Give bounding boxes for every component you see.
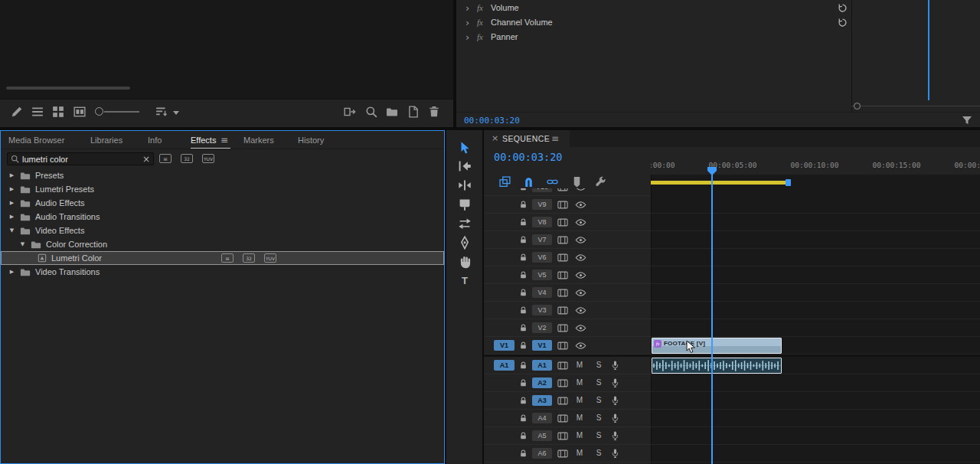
- sync-lock-icon[interactable]: [557, 414, 568, 423]
- effect-controls-playhead[interactable]: [928, 0, 929, 100]
- lock-icon[interactable]: [519, 200, 528, 209]
- sync-lock-icon[interactable]: [557, 271, 568, 279]
- track-header-v3[interactable]: V3: [484, 302, 651, 319]
- lock-icon[interactable]: [519, 253, 528, 262]
- track-output-eye-icon[interactable]: [575, 201, 586, 208]
- track-output-eye-icon[interactable]: [575, 342, 586, 349]
- sync-lock-icon[interactable]: [557, 432, 568, 440]
- track-header-a4[interactable]: A4 M S: [484, 410, 651, 427]
- tree-item-color-correction[interactable]: ▼ Color Correction: [1, 237, 444, 251]
- mute-button[interactable]: M: [575, 449, 584, 459]
- linked-selection-icon[interactable]: [547, 176, 558, 188]
- hand-tool[interactable]: [458, 255, 472, 269]
- lock-icon[interactable]: [519, 361, 528, 370]
- disclosure-triangle-icon[interactable]: ▼: [8, 227, 15, 234]
- track-name[interactable]: A3: [532, 395, 552, 406]
- panel-menu-icon[interactable]: ≡: [220, 135, 228, 145]
- sync-lock-icon[interactable]: [557, 397, 568, 405]
- zoom-slider-track[interactable]: [104, 111, 139, 113]
- track-header-v5[interactable]: V5: [484, 266, 651, 284]
- track-header-v6[interactable]: V6: [484, 249, 651, 266]
- voiceover-record-mic-icon[interactable]: [611, 448, 619, 459]
- pen-tool[interactable]: [458, 236, 472, 250]
- 32bit-color-badge[interactable]: 32: [181, 154, 193, 163]
- sync-lock-icon[interactable]: [557, 379, 568, 387]
- accelerated-effects-badge[interactable]: ⊞: [159, 154, 172, 163]
- tree-item-audio-effects[interactable]: ▶ Audio Effects: [1, 196, 444, 210]
- sync-lock-icon[interactable]: [557, 218, 568, 227]
- solo-button[interactable]: S: [594, 449, 603, 459]
- zoom-slider-knob[interactable]: [95, 107, 103, 116]
- time-ruler[interactable]: 00:00:00:00 00:00:05:00 00:00:10:00 00:0…: [651, 158, 980, 175]
- add-marker-icon[interactable]: [571, 176, 583, 188]
- tab-media-browser[interactable]: Media Browser: [8, 136, 64, 145]
- solo-button[interactable]: S: [594, 378, 603, 388]
- disclosure-triangle-icon[interactable]: ▼: [19, 241, 26, 247]
- timeline-display-settings-icon[interactable]: [595, 176, 606, 188]
- effect-row-channel-volume[interactable]: › fx Channel Volume: [456, 15, 851, 30]
- lock-icon[interactable]: [519, 449, 528, 458]
- lock-icon[interactable]: [519, 188, 528, 191]
- chevron-right-icon[interactable]: ›: [466, 30, 469, 44]
- sync-lock-icon[interactable]: [557, 201, 568, 209]
- sync-lock-icon[interactable]: [557, 188, 568, 191]
- tab-effects[interactable]: Effects: [191, 136, 216, 145]
- disclosure-triangle-icon[interactable]: ▶: [8, 172, 15, 178]
- timeline-timecode[interactable]: 00:00:03:20: [494, 151, 562, 163]
- lock-icon[interactable]: [519, 235, 528, 244]
- track-name[interactable]: A6: [532, 448, 552, 459]
- close-icon[interactable]: ×: [492, 133, 498, 143]
- track-header-v8[interactable]: V8: [484, 214, 651, 231]
- track-name[interactable]: V1: [532, 340, 552, 351]
- chevron-down-icon[interactable]: [173, 111, 179, 115]
- lock-icon[interactable]: [519, 217, 528, 227]
- lock-icon[interactable]: [519, 306, 528, 315]
- ripple-edit-tool[interactable]: [458, 178, 472, 192]
- track-header-v10[interactable]: V10: [484, 188, 651, 196]
- sequence-tab[interactable]: × SEQUENCE ≡: [484, 130, 570, 147]
- tab-info[interactable]: Info: [148, 136, 162, 145]
- lock-icon[interactable]: [519, 341, 528, 350]
- track-header-a2[interactable]: A2 M S: [484, 374, 651, 392]
- effect-controls-divider[interactable]: [851, 0, 852, 112]
- tree-item-lumetri-presets[interactable]: ▶ Lumetri Presets: [1, 182, 444, 196]
- razor-tool[interactable]: [458, 198, 472, 211]
- effect-row-panner[interactable]: › fx Panner: [456, 30, 851, 44]
- sync-lock-icon[interactable]: [557, 306, 568, 315]
- tree-item-lumetri-color[interactable]: Lumetri Color ⊞ 32 YUV: [1, 251, 444, 265]
- track-name[interactable]: V9: [532, 199, 552, 210]
- sync-lock-icon[interactable]: [557, 253, 568, 262]
- disclosure-triangle-icon[interactable]: ▶: [8, 200, 15, 206]
- project-horizontal-scrollbar[interactable]: [6, 87, 130, 90]
- track-name[interactable]: A5: [532, 430, 552, 441]
- track-name[interactable]: A2: [532, 377, 552, 388]
- tab-markers[interactable]: Markers: [243, 136, 274, 145]
- voiceover-record-mic-icon[interactable]: [611, 395, 619, 406]
- source-patch-v1[interactable]: V1: [494, 340, 514, 351]
- track-name[interactable]: V4: [532, 287, 552, 298]
- snap-icon[interactable]: [523, 176, 534, 188]
- lock-icon[interactable]: [519, 378, 528, 387]
- mute-button[interactable]: M: [575, 361, 584, 371]
- track-header-a6[interactable]: A6 M S: [484, 445, 651, 462]
- track-header-v9[interactable]: V9: [484, 196, 651, 214]
- track-name[interactable]: V6: [532, 252, 552, 263]
- track-name[interactable]: V10: [532, 188, 552, 192]
- mute-button[interactable]: M: [575, 396, 584, 406]
- disclosure-triangle-icon[interactable]: ▶: [8, 186, 15, 192]
- track-output-eye-icon[interactable]: [575, 219, 586, 226]
- sort-icons-icon[interactable]: [155, 106, 168, 118]
- sync-lock-icon[interactable]: [557, 449, 568, 458]
- sync-lock-icon[interactable]: [557, 236, 568, 244]
- tab-libraries[interactable]: Libraries: [90, 136, 122, 145]
- slip-tool[interactable]: [458, 217, 472, 230]
- track-name[interactable]: A1: [532, 360, 552, 371]
- nest-toggle-icon[interactable]: [499, 176, 511, 188]
- chevron-right-icon[interactable]: ›: [466, 15, 469, 30]
- yuv-effects-badge[interactable]: YUV: [202, 154, 214, 163]
- effects-search-box[interactable]: ×: [7, 152, 154, 165]
- reset-effect-icon[interactable]: [838, 3, 848, 13]
- track-name[interactable]: V8: [532, 217, 552, 227]
- solo-button[interactable]: S: [594, 413, 603, 423]
- project-writable-pencil-icon[interactable]: [11, 106, 23, 118]
